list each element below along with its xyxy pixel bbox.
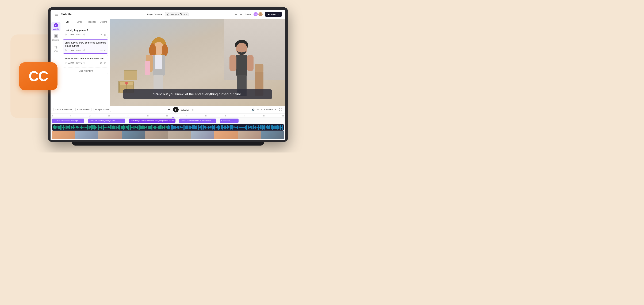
platform-label: Instagram Story: [170, 13, 185, 15]
panel-content: t actually help you two? ⓘ 00:00.0 00:03…: [61, 25, 110, 106]
subtitle-overlay: Stan: but you know, at the end everythin…: [123, 89, 272, 99]
subtitle-chip-1[interactable]: … So we talked about it all night.: [52, 119, 84, 123]
info-icon-end-1[interactable]: ⓘ: [84, 33, 86, 36]
page-wrapper: CC Subtitle Project's Name: [0, 0, 322, 152]
split-subtitle-button[interactable]: ⊢ Split Subtitle: [94, 108, 111, 112]
svg-rect-6: [55, 26, 57, 26]
ruler-mark-0: 0: [52, 115, 53, 117]
subtitle-meta-3: ⓘ 00:00.0 00:03.0 ⓘ 25 🗑: [65, 61, 106, 64]
svg-rect-8: [56, 35, 57, 36]
subtitle-line-1[interactable]: t actually help you two? ⓘ 00:00.0 00:03…: [63, 27, 108, 38]
timeline-controls-bar: ‹ Back to Timeline + Add Subtitle ⊢ Spli…: [50, 106, 286, 113]
edit-panel: Edit Styles Translate Options t actually…: [61, 19, 110, 106]
tab-edit[interactable]: Edit: [61, 19, 73, 25]
time-start-1: 00:00.0: [68, 34, 74, 36]
subtitle-meta-1: ⓘ 00:00.0 00:03.0 ⓘ 25 🗑: [65, 33, 106, 36]
sidebar-item-subtitle[interactable]: Subtitle: [52, 22, 60, 31]
add-new-line-button[interactable]: + Add New Line: [63, 67, 108, 74]
info-icon-1[interactable]: ⓘ: [65, 33, 66, 36]
top-bar-center: Project's Name Instagram Story ▾: [106, 12, 230, 16]
app-title: Subtitle: [61, 13, 72, 16]
svg-rect-5: [55, 25, 56, 25]
platform-selector[interactable]: Instagram Story ▾: [165, 12, 189, 16]
info-icon-2[interactable]: ⓘ: [65, 49, 66, 52]
sidebar-subtitle-label: Subtitle: [53, 28, 59, 30]
subtitle-line-2[interactable]: Stan: but you know, at the end everythin…: [63, 39, 108, 54]
back-to-timeline-button[interactable]: ‹ Back to Timeline: [53, 108, 73, 112]
time-end-3: 00:03.0: [76, 62, 82, 64]
thumb-5: [145, 131, 168, 139]
ruler-mark-40: 40: [205, 115, 207, 117]
thumb-7: [191, 131, 214, 139]
char-count-1: 25: [100, 34, 102, 36]
svg-point-1: [167, 14, 168, 15]
thumb-6: [168, 131, 191, 139]
skip-forward-button[interactable]: ⏭: [192, 107, 196, 112]
play-button[interactable]: ▶: [173, 107, 178, 112]
laptop-screen: Subtitle Project's Name Instagram Story …: [50, 10, 286, 140]
zoom-minus-icon[interactable]: −: [257, 108, 258, 111]
split-subtitle-label: Split Subtitle: [98, 108, 110, 111]
char-count-2: 25: [100, 49, 102, 51]
publish-label: Publish: [268, 13, 276, 16]
volume-icon[interactable]: 🔊: [252, 108, 255, 111]
sidebar-item-elements[interactable]: Elements: [52, 33, 60, 42]
svg-point-11: [56, 47, 56, 47]
skip-back-button[interactable]: ⏮: [167, 107, 171, 112]
subtitle-overlay-text: Stan: but you know, at the end everythin…: [127, 92, 268, 97]
fit-to-screen-button[interactable]: Fit to Screen: [261, 108, 273, 111]
play-icon: ▶: [175, 108, 177, 111]
subtitle-text-2: Stan: but you know, at the end everythin…: [65, 41, 106, 47]
svg-text:H: H: [126, 82, 127, 84]
ruler-mark-35: 35: [186, 115, 187, 117]
delete-icon-2[interactable]: 🗑: [104, 49, 106, 52]
subtitle-chip-4[interactable]: Anna: Great to hear that. I worried sick…: [179, 119, 216, 123]
waveform-track: [52, 124, 284, 131]
info-icon-end-2[interactable]: ⓘ: [84, 49, 86, 52]
subtitle-chip-2[interactable]: Anna: Did it actually help you two?: [88, 119, 125, 123]
tab-options[interactable]: Options: [98, 19, 110, 25]
thumb-10: [261, 131, 284, 139]
svg-rect-4: [55, 24, 57, 25]
chevron-down-icon: ▾: [186, 13, 187, 15]
svg-rect-22: [155, 55, 162, 69]
ruler-mark-60: 60: [282, 115, 284, 117]
redo-button[interactable]: ↪: [239, 12, 243, 17]
time-start-2: 00:00.0: [68, 49, 74, 51]
sidebar-elements-label: Elements: [52, 39, 60, 41]
tab-styles[interactable]: Styles: [73, 19, 86, 25]
laptop-base: [72, 142, 264, 146]
subtitle-text-3: Anna: Great to hear that. I worried sick…: [65, 57, 106, 60]
zoom-plus-icon[interactable]: +: [275, 108, 276, 111]
upload-icon: ↑: [278, 13, 279, 15]
ruler-mark-50: 50: [244, 115, 245, 117]
subtitle-chip-5[interactable]: Come one!: [220, 119, 238, 123]
top-bar: Subtitle Project's Name Instagram Story …: [50, 10, 286, 19]
publish-button[interactable]: Publish ↑: [265, 12, 282, 17]
info-icon-3[interactable]: ⓘ: [65, 62, 66, 64]
time-end-2: 00:03.0: [76, 49, 82, 51]
sidebar-item-draw[interactable]: Draw: [52, 44, 60, 53]
add-subtitle-button[interactable]: + Add Subtitle: [76, 108, 92, 112]
thumb-3: [98, 131, 122, 139]
time-start-3: 00:00.0: [68, 62, 74, 64]
delete-icon-1[interactable]: 🗑: [104, 33, 106, 36]
fullscreen-button[interactable]: ⛶: [278, 107, 282, 112]
undo-button[interactable]: ↩: [234, 12, 238, 17]
top-bar-left: Subtitle: [54, 12, 106, 16]
cardboard-box-2: [124, 70, 137, 80]
tab-translate[interactable]: Translate: [86, 19, 98, 25]
subtitle-icon: [54, 23, 58, 27]
undo-redo-group: ↩ ↪: [234, 12, 243, 17]
ruler-mark-45: 45: [224, 115, 226, 117]
delete-icon-3[interactable]: 🗑: [104, 61, 106, 64]
svg-rect-35: [255, 64, 264, 72]
info-icon-end-3[interactable]: ⓘ: [84, 62, 86, 64]
subtitle-line-3[interactable]: Anna: Great to hear that. I worried sick…: [63, 55, 108, 66]
subtitle-meta-2: ⓘ 00:00.0 00:03.0 ⓘ 25 🗑: [65, 49, 106, 52]
avatar-photo: [258, 12, 263, 17]
project-name[interactable]: Project's Name: [147, 13, 162, 16]
subtitle-chip-3[interactable]: Stan: but you know, at the end everythin…: [129, 119, 175, 123]
hamburger-menu-icon[interactable]: [54, 12, 58, 16]
svg-point-20: [162, 44, 168, 56]
